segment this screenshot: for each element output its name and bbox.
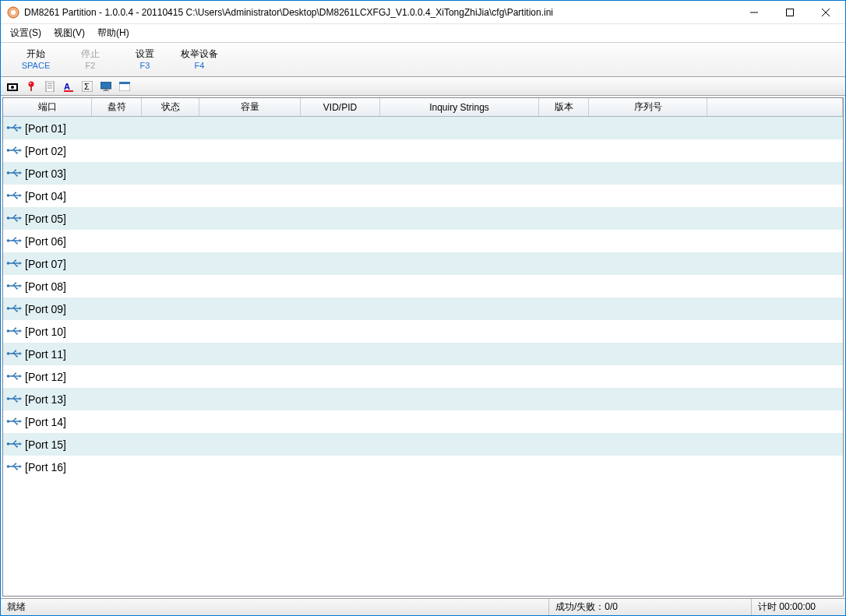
svg-marker-31 <box>19 125 22 128</box>
cell-status <box>142 297 199 320</box>
col-status[interactable]: 状态 <box>142 98 199 116</box>
svg-point-28 <box>15 124 16 125</box>
cell-status <box>142 117 199 139</box>
cell-rest <box>707 410 843 433</box>
svg-rect-44 <box>16 174 18 176</box>
cell-capacity <box>199 343 301 365</box>
tool-font-icon[interactable]: A <box>60 79 77 94</box>
table-row[interactable]: [Port 05] <box>3 207 843 230</box>
cell-drive <box>92 230 142 252</box>
toolbar-enum-hotkey: F4 <box>195 61 205 71</box>
tool-camera-icon[interactable] <box>4 79 21 94</box>
table-row[interactable]: [Port 10] <box>3 320 843 343</box>
table-row[interactable]: [Port 04] <box>3 185 843 207</box>
table-row[interactable]: [Port 15] <box>3 433 843 456</box>
cell-serial <box>589 117 707 139</box>
svg-point-46 <box>7 194 10 197</box>
col-vidpid[interactable]: VID/PID <box>301 98 380 116</box>
table-row[interactable]: [Port 14] <box>3 410 843 433</box>
table-row[interactable]: [Port 02] <box>3 139 843 162</box>
usb-icon <box>6 213 22 225</box>
table-row[interactable]: [Port 13] <box>3 388 843 410</box>
app-icon <box>7 6 19 19</box>
svg-point-133 <box>15 463 16 464</box>
tool-window-icon[interactable] <box>116 79 133 94</box>
toolbar-enum[interactable]: 枚举设备 F4 <box>172 44 227 75</box>
cell-vidpid <box>301 388 380 410</box>
cell-drive <box>92 275 142 297</box>
cell-port: [Port 13] <box>3 388 92 410</box>
cell-vidpid <box>301 456 380 478</box>
table-row[interactable]: [Port 01] <box>3 117 843 139</box>
table-row[interactable]: [Port 07] <box>3 252 843 275</box>
svg-rect-58 <box>16 220 18 221</box>
cell-version <box>539 456 589 478</box>
cell-capacity <box>199 297 301 320</box>
svg-marker-87 <box>19 306 22 309</box>
menu-help[interactable]: 帮助(H) <box>91 23 136 43</box>
usb-icon <box>6 438 22 451</box>
toolbar-settings[interactable]: 设置 F3 <box>118 44 172 75</box>
cell-drive <box>92 365 142 388</box>
tool-monitor-icon[interactable] <box>97 79 115 94</box>
cell-inquiry <box>380 117 539 139</box>
cell-drive <box>92 410 142 433</box>
col-drive[interactable]: 盘符 <box>92 98 142 116</box>
svg-rect-100 <box>16 355 18 357</box>
maximize-button[interactable] <box>772 1 808 24</box>
col-inquiry[interactable]: Inquiry Strings <box>380 98 539 116</box>
col-version[interactable]: 版本 <box>539 98 589 116</box>
cell-version <box>539 320 589 343</box>
cell-port: [Port 04] <box>3 185 92 207</box>
cell-drive <box>92 433 142 456</box>
svg-text:Σ: Σ <box>84 82 90 91</box>
cell-capacity <box>199 456 301 478</box>
usb-icon <box>6 326 22 338</box>
cell-vidpid <box>301 365 380 388</box>
cell-status <box>142 343 199 365</box>
menu-view[interactable]: 视图(V) <box>48 23 91 43</box>
cell-rest <box>707 365 843 388</box>
usb-icon <box>6 371 22 383</box>
tool-sigma-icon[interactable]: Σ <box>79 79 96 94</box>
cell-port: [Port 16] <box>3 456 92 478</box>
tool-doc-icon[interactable] <box>41 79 58 94</box>
svg-point-105 <box>15 372 16 374</box>
cell-port: [Port 06] <box>3 230 92 252</box>
svg-point-1 <box>11 10 16 15</box>
cell-inquiry <box>380 185 539 207</box>
tool-pin-icon[interactable] <box>23 79 40 94</box>
table-row[interactable]: [Port 08] <box>3 275 843 297</box>
table-row[interactable]: [Port 12] <box>3 365 843 388</box>
cell-capacity <box>199 275 301 297</box>
cell-port: [Port 07] <box>3 252 92 275</box>
table-row[interactable]: [Port 06] <box>3 230 843 252</box>
status-timer: 计时 00:00:00 <box>752 599 845 615</box>
col-serial[interactable]: 序列号 <box>589 98 707 116</box>
cell-status <box>142 230 199 252</box>
close-button[interactable] <box>808 1 844 24</box>
grid-body: [Port 01][Port 02][Port 03][Port 04][Por… <box>3 117 843 596</box>
cell-capacity <box>199 230 301 252</box>
svg-point-49 <box>15 192 16 193</box>
col-capacity[interactable]: 容量 <box>199 98 301 116</box>
svg-rect-20 <box>100 82 111 89</box>
table-row[interactable]: [Port 16] <box>3 456 843 478</box>
minimize-button[interactable] <box>736 1 772 24</box>
table-row[interactable]: [Port 03] <box>3 162 843 185</box>
menu-settings[interactable]: 设置(S) <box>4 23 48 43</box>
cell-drive <box>92 252 142 275</box>
table-row[interactable]: [Port 11] <box>3 343 843 365</box>
port-label: [Port 12] <box>25 371 66 383</box>
svg-point-95 <box>7 352 10 355</box>
cell-version <box>539 139 589 162</box>
toolbar-start[interactable]: 开始 SPACE <box>9 44 63 75</box>
svg-rect-93 <box>16 333 18 334</box>
svg-marker-52 <box>19 193 22 196</box>
svg-point-56 <box>15 214 16 216</box>
table-row[interactable]: [Port 09] <box>3 297 843 320</box>
col-port[interactable]: 端口 <box>3 98 92 116</box>
usb-icon <box>6 280 22 293</box>
usb-icon <box>6 145 22 157</box>
cell-vidpid <box>301 139 380 162</box>
